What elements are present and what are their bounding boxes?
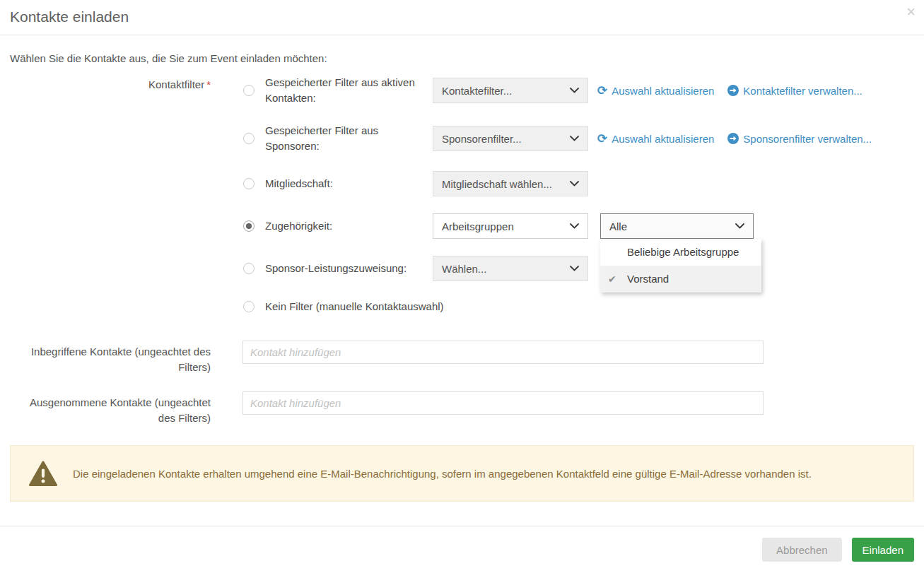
zugehoerigkeit-value-select-wrap: Alle Beliebige Arbeitsgruppe ✔ Vorstand [600,213,754,239]
excluded-contacts-label: Ausgenommene Kontakte (ungeachtet des Fi… [10,391,211,426]
filter-row-mitgliedschaft: Mitgliedschaft: Mitgliedschaft wählen... [10,171,914,196]
warning-triangle-icon [29,461,57,487]
excluded-contacts-row: Ausgenommene Kontakte (ungeachtet des Fi… [10,391,914,426]
radio-kein-filter[interactable] [243,301,255,312]
option-label-mitgliedschaft: Mitgliedschaft: [265,176,422,191]
arbeitsgruppe-dropdown-menu: Beliebige Arbeitsgruppe ✔ Vorstand [600,239,761,293]
check-icon: ✔ [608,272,616,286]
option-label-zugehoerigkeit: Zugehörigkeit: [265,218,422,234]
filter-row-kein-filter: Kein Filter (manuelle Kontaktauswahl) [10,298,914,315]
links-saved-sponsors: ⟳ Auswahl aktualisieren Sponsorenfilter … [597,133,872,145]
chevron-down-icon [570,88,579,93]
included-contacts-label: Inbegriffene Kontakte (ungeachtet des Fi… [10,341,211,375]
sponsorenfilter-select[interactable]: Sponsorenfilter... [433,126,588,151]
excluded-contacts-input[interactable] [242,391,764,415]
arbeitsgruppe-option-beliebige[interactable]: Beliebige Arbeitsgruppe [600,239,761,266]
refresh-sponsors-filter-link[interactable]: ⟳ Auswahl aktualisieren [597,133,714,145]
page-title: Kontakte einladen [10,8,913,25]
modal-footer: Abbrechen Einladen [0,526,924,573]
chevron-down-icon [570,181,579,187]
option-label-sponsor-leistung: Sponsor-Leistungszuweisung: [265,261,422,276]
modal-body: Wählen Sie die Kontakte aus, die Sie zum… [0,35,924,502]
radio-saved-filter-contacts[interactable] [243,85,255,96]
invite-button[interactable]: Einladen [852,538,914,562]
mitgliedschaft-select[interactable]: Mitgliedschaft wählen... [433,171,588,196]
option-label-saved-sponsors: Gespeicherter Filter aus Sponsoren: [265,123,422,154]
radio-sponsor-leistung[interactable] [243,263,255,274]
modal-header: Kontakte einladen × [0,0,924,35]
zugehoerigkeit-value-select[interactable]: Alle [600,213,754,239]
zugehoerigkeit-type-select[interactable]: Arbeitsgruppen [433,213,588,239]
warning-banner: Die eingeladenen Kontakte erhalten umgeh… [10,445,914,502]
refresh-contacts-filter-link[interactable]: ⟳ Auswahl aktualisieren [597,85,714,97]
chevron-down-icon [735,223,744,229]
included-contacts-input[interactable] [242,341,764,364]
required-mark: * [206,78,211,90]
intro-text: Wählen Sie die Kontakte aus, die Sie zum… [10,51,914,66]
option-label-saved-contacts: Gespeicherter Filter aus aktiven Kontakt… [265,75,422,106]
refresh-icon: ⟳ [597,134,607,143]
option-label-kein-filter: Kein Filter (manuelle Kontaktauswahl) [265,299,444,314]
filter-row-saved-sponsors: Gespeicherter Filter aus Sponsoren: Spon… [10,123,914,154]
radio-saved-filter-sponsors[interactable] [243,133,255,144]
close-icon[interactable]: × [906,3,916,21]
included-contacts-row: Inbegriffene Kontakte (ungeachtet des Fi… [10,341,914,375]
chevron-down-icon [570,266,579,271]
arrow-right-circle-icon [727,133,739,144]
manage-contacts-filter-link[interactable]: Kontaktefilter verwalten... [727,85,862,97]
invite-contacts-modal: Kontakte einladen × Wählen Sie die Konta… [0,0,924,573]
arrow-right-circle-icon [727,85,739,96]
refresh-icon: ⟳ [597,85,607,95]
kontaktefilter-select[interactable]: Kontaktefilter... [433,78,588,103]
radio-zugehoerigkeit[interactable] [243,220,255,232]
sponsor-leistung-select[interactable]: Wählen... [433,256,588,281]
radio-mitgliedschaft[interactable] [243,178,255,189]
warning-message: Die eingeladenen Kontakte erhalten umgeh… [73,466,812,481]
manage-sponsors-filter-link[interactable]: Sponsorenfilter verwalten... [727,133,872,145]
chevron-down-icon [570,223,579,229]
links-saved-contacts: ⟳ Auswahl aktualisieren Kontaktefilter v… [597,85,862,97]
filter-row-saved-contacts: Kontaktfilter* Gespeicherter Filter aus … [10,75,914,106]
filter-row-sponsor-leistung: Sponsor-Leistungszuweisung: Wählen... [10,256,914,281]
arbeitsgruppe-option-vorstand[interactable]: ✔ Vorstand [600,266,761,293]
cancel-button[interactable]: Abbrechen [762,538,842,562]
kontaktfilter-label: Kontaktfilter* [10,75,211,93]
chevron-down-icon [570,136,579,141]
filter-row-zugehoerigkeit: Zugehörigkeit: Arbeitsgruppen Alle Belie… [10,213,914,239]
